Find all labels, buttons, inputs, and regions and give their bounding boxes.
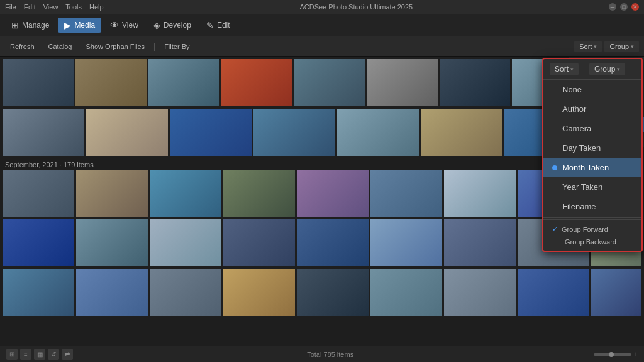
group-option-author[interactable]: Author <box>543 99 641 119</box>
group-option-camera[interactable]: Camera <box>543 119 641 138</box>
photo-thumb[interactable] <box>337 109 419 156</box>
photo-thumb[interactable] <box>370 219 442 266</box>
photo-thumb[interactable] <box>444 219 516 266</box>
popup-group-button[interactable]: Group ▾ <box>589 63 625 75</box>
group-label: Group <box>609 43 629 50</box>
view-mode-button-3[interactable]: ▦ <box>34 349 45 360</box>
photo-row-5 <box>3 269 641 316</box>
group-option-daytaken-label: Day Taken <box>562 143 601 153</box>
zoom-in-icon[interactable]: + <box>634 351 638 358</box>
photo-thumb[interactable] <box>76 269 148 316</box>
sort-group-area: Sort ▾ Group ▾ <box>574 41 639 52</box>
photo-thumb[interactable] <box>150 269 221 316</box>
photo-thumb[interactable] <box>76 170 148 217</box>
photo-thumb[interactable] <box>3 269 74 316</box>
photo-thumb[interactable] <box>444 269 516 316</box>
photo-thumb[interactable] <box>297 269 369 316</box>
photo-thumb[interactable] <box>3 59 74 106</box>
group-popup-header: Sort ▾ Group ▾ <box>543 59 641 80</box>
popup-group-label: Group <box>594 65 615 74</box>
nav-manage[interactable]: ⊞ Manage <box>5 18 55 33</box>
nav-edit[interactable]: ✎ Edit <box>200 18 236 33</box>
menu-file[interactable]: File <box>5 3 16 11</box>
close-button[interactable]: ✕ <box>631 3 639 11</box>
group-option-none[interactable]: None <box>543 80 641 99</box>
photo-thumb[interactable] <box>253 109 335 156</box>
photo-thumb[interactable] <box>444 170 516 217</box>
menu-bar: File Edit View Tools Help <box>5 3 104 11</box>
photo-thumb[interactable] <box>421 109 502 156</box>
orphan-files-button[interactable]: Show Orphan Files <box>80 41 150 52</box>
sort-label: Sort <box>579 43 592 50</box>
view-mode-button-2[interactable]: ≡ <box>20 349 31 360</box>
nav-manage-label: Manage <box>22 21 49 30</box>
group-popup: Sort ▾ Group ▾ None Author Camera Day Ta… <box>542 58 643 252</box>
menu-edit[interactable]: Edit <box>24 3 36 11</box>
photo-thumb[interactable] <box>76 219 148 266</box>
photo-thumb[interactable] <box>221 59 292 106</box>
nav-view[interactable]: 👁 View <box>104 18 145 33</box>
photo-thumb[interactable] <box>367 59 438 106</box>
photo-thumb[interactable] <box>297 219 369 266</box>
group-option-camera-label: Camera <box>562 124 591 133</box>
popup-separator <box>543 217 641 218</box>
photo-thumb[interactable] <box>223 170 295 217</box>
popup-sort-button[interactable]: Sort ▾ <box>550 63 579 75</box>
photo-thumb[interactable] <box>148 59 219 106</box>
media-icon: ▶ <box>64 20 71 30</box>
group-option-filename[interactable]: Filename <box>543 197 641 216</box>
photo-thumb[interactable] <box>170 109 252 156</box>
popup-footer: ✓ Group Forward Group Backward <box>543 219 641 251</box>
group-option-monthtaken[interactable]: Month Taken <box>543 158 641 177</box>
group-option-yeartaken[interactable]: Year Taken <box>543 177 641 197</box>
photo-thumb[interactable] <box>223 219 295 266</box>
app-title: ACDSee Photo Studio Ultimate 2025 <box>104 3 609 11</box>
photo-thumb[interactable] <box>3 219 74 266</box>
refresh-icon-button[interactable]: ↺ <box>48 349 59 360</box>
photo-thumb[interactable] <box>150 170 221 217</box>
group-option-filename-label: Filename <box>562 202 596 211</box>
photo-thumb[interactable] <box>294 59 365 106</box>
statusbar: ⊞ ≡ ▦ ↺ ⇄ Total 785 items − + <box>0 346 644 362</box>
menu-view[interactable]: View <box>43 3 58 11</box>
zoom-slider[interactable] <box>594 353 631 356</box>
group-option-none-label: None <box>562 85 582 94</box>
minimize-button[interactable]: ─ <box>609 3 616 11</box>
popup-header-divider <box>584 63 584 75</box>
group-arrow-icon: ▾ <box>631 43 634 50</box>
photo-thumb[interactable] <box>518 269 589 316</box>
zoom-out-icon[interactable]: − <box>587 351 591 358</box>
group-option-daytaken[interactable]: Day Taken <box>543 138 641 158</box>
photo-thumb[interactable] <box>297 170 369 217</box>
group-forward-option[interactable]: ✓ Group Forward <box>550 222 635 236</box>
photo-thumb[interactable] <box>3 170 74 217</box>
refresh-button[interactable]: Refresh <box>5 41 40 52</box>
photo-thumb[interactable] <box>3 109 84 156</box>
group-button[interactable]: Group ▾ <box>604 41 639 52</box>
photo-thumb[interactable] <box>86 109 168 156</box>
sort-button[interactable]: Sort ▾ <box>574 41 602 52</box>
photo-thumb[interactable] <box>440 59 511 106</box>
catalog-button[interactable]: Catalog <box>43 41 77 52</box>
photo-thumb[interactable] <box>370 170 442 217</box>
group-backward-option[interactable]: Group Backward <box>550 236 635 248</box>
filter-by-label: Filter By <box>159 41 194 52</box>
view-mode-button-1[interactable]: ⊞ <box>6 349 18 360</box>
photo-thumb[interactable] <box>150 219 221 266</box>
menu-help[interactable]: Help <box>89 3 104 11</box>
nav-media[interactable]: ▶ Media <box>58 18 101 33</box>
menu-tools[interactable]: Tools <box>65 3 82 11</box>
photo-thumb[interactable] <box>370 269 442 316</box>
group-option-yeartaken-label: Year Taken <box>562 182 602 192</box>
window-controls: ─ □ ✕ <box>609 3 639 11</box>
zoom-slider-thumb <box>609 352 614 357</box>
maximize-button[interactable]: □ <box>620 3 628 11</box>
view-controls: ⊞ ≡ ▦ ↺ ⇄ <box>6 349 73 360</box>
nav-develop[interactable]: ◈ Develop <box>147 18 197 33</box>
sync-icon-button[interactable]: ⇄ <box>62 349 73 360</box>
photo-thumb[interactable] <box>223 269 295 316</box>
photo-thumb[interactable] <box>591 269 641 316</box>
photo-thumb[interactable] <box>75 59 147 106</box>
popup-sort-label: Sort <box>555 65 569 74</box>
item-count-label: Total 785 items <box>307 351 353 358</box>
